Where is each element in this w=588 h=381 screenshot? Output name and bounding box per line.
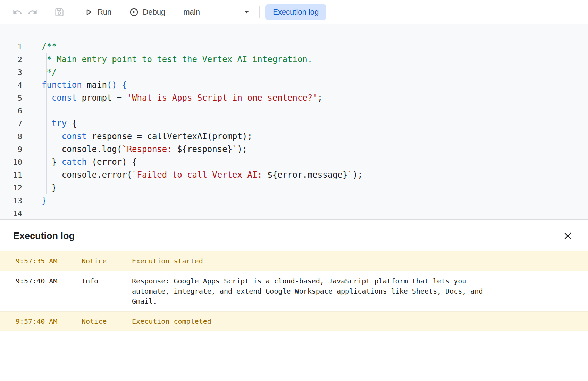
code-token-keyword: const — [52, 93, 77, 103]
indent-guide — [46, 53, 47, 194]
line-number[interactable]: 6 — [0, 104, 22, 117]
editor-toolbar: Run Debug main Execution log — [0, 0, 588, 24]
code-token-plain: ${error.message} — [267, 170, 347, 180]
code-line[interactable]: } catch (error) { — [42, 156, 363, 169]
function-selector-value: main — [183, 8, 200, 17]
function-selector-dropdown[interactable]: main — [179, 5, 254, 19]
code-token-keyword: try — [52, 119, 67, 128]
debug-icon — [129, 7, 139, 17]
toolbar-divider — [259, 6, 260, 18]
execution-log-header: Execution log — [0, 220, 588, 251]
code-line[interactable] — [42, 207, 363, 219]
code-lines[interactable]: /** * Main entry point to test the Verte… — [42, 40, 363, 219]
code-token-paren: } — [42, 196, 47, 205]
close-icon — [563, 231, 573, 241]
code-token-string: ` — [232, 144, 237, 154]
line-number[interactable]: 5 — [0, 92, 22, 104]
code-token-keyword: function — [42, 80, 82, 90]
log-timestamp: 9:57:40 AM — [16, 276, 82, 286]
log-timestamp: 9:57:35 AM — [16, 256, 82, 266]
code-token-keyword: const — [62, 132, 87, 141]
save-icon — [54, 7, 64, 17]
line-number[interactable]: 11 — [0, 169, 22, 181]
line-number-gutter: 1234567891011121314 — [0, 40, 31, 219]
code-line[interactable]: try { — [42, 117, 363, 130]
run-button-label: Run — [98, 8, 111, 17]
code-token-plain: prompt = — [77, 93, 127, 103]
code-token-comment: */ — [42, 67, 57, 77]
code-line[interactable]: function main() { — [42, 79, 363, 92]
execution-log-panel: Execution log 9:57:35 AMNoticeExecution … — [0, 219, 588, 331]
debug-button-label: Debug — [143, 8, 165, 17]
code-token-plain: main — [82, 80, 107, 90]
log-row: 9:57:40 AMNoticeExecution completed — [0, 311, 588, 331]
log-row: 9:57:35 AMNoticeExecution started — [0, 251, 588, 271]
code-token-keyword: catch — [62, 157, 87, 167]
undo-button[interactable] — [10, 5, 25, 20]
save-project-button[interactable] — [52, 5, 67, 20]
code-line[interactable]: const prompt = 'What is Apps Script in o… — [42, 92, 363, 104]
code-token-plain: (error) { — [87, 157, 137, 167]
undo-icon — [12, 7, 22, 17]
line-number[interactable]: 14 — [0, 207, 22, 219]
code-line[interactable]: /** — [42, 40, 363, 53]
line-number[interactable]: 9 — [0, 143, 22, 156]
log-message: Execution completed — [132, 316, 495, 327]
debug-button[interactable]: Debug — [124, 4, 170, 20]
code-token-paren: () { — [107, 80, 127, 90]
code-token-string: `Failed to call Vertex AI: — [132, 170, 267, 180]
code-editor[interactable]: 1234567891011121314 /** * Main entry poi… — [0, 24, 588, 219]
line-number[interactable]: 1 — [0, 40, 22, 53]
line-number[interactable]: 4 — [0, 79, 22, 92]
chevron-down-icon — [244, 10, 250, 14]
toolbar-divider — [46, 6, 46, 18]
code-line[interactable]: } — [42, 181, 363, 194]
code-token-string: ` — [347, 170, 352, 180]
log-row: 9:57:40 AMInfoResponse: Google Apps Scri… — [0, 271, 588, 311]
code-token-plain: ; — [318, 93, 322, 103]
code-line[interactable]: console.error(`Failed to call Vertex AI:… — [42, 169, 363, 181]
code-line[interactable]: const response = callVertexAI(prompt); — [42, 130, 363, 143]
log-level: Info — [82, 276, 132, 286]
code-token-string: `Response: — [122, 144, 177, 154]
log-message: Execution started — [132, 256, 495, 266]
log-rows: 9:57:35 AMNoticeExecution started9:57:40… — [0, 251, 588, 331]
redo-icon — [28, 7, 37, 17]
code-token-plain: } — [42, 157, 62, 167]
code-token-plain — [42, 93, 52, 103]
code-token-plain: console.error( — [42, 170, 132, 180]
code-token-comment: /** — [42, 42, 57, 51]
line-number[interactable]: 13 — [0, 194, 22, 207]
run-button[interactable]: Run — [79, 4, 116, 20]
code-token-plain: ); — [237, 144, 247, 154]
code-token-plain: console.log( — [42, 144, 122, 154]
log-message: Response: Google Apps Script is a cloud-… — [132, 276, 495, 306]
play-icon — [84, 7, 94, 17]
line-number[interactable]: 10 — [0, 156, 22, 169]
execution-log-button[interactable]: Execution log — [265, 4, 326, 20]
code-token-string: 'What is Apps Script in one sentence?' — [127, 93, 318, 103]
redo-button[interactable] — [25, 5, 40, 20]
code-line[interactable] — [42, 104, 363, 117]
execution-log-title: Execution log — [13, 230, 75, 242]
log-timestamp: 9:57:40 AM — [16, 316, 82, 327]
code-token-plain: } — [42, 183, 57, 193]
code-token-plain: { — [67, 119, 77, 128]
log-level: Notice — [82, 256, 132, 266]
toolbar-divider — [332, 6, 332, 18]
code-token-plain — [42, 119, 52, 128]
line-number[interactable]: 3 — [0, 66, 22, 79]
code-line[interactable]: * Main entry point to test the Vertex AI… — [42, 53, 363, 66]
line-number[interactable]: 12 — [0, 181, 22, 194]
line-number[interactable]: 2 — [0, 53, 22, 66]
log-level: Notice — [82, 316, 132, 327]
code-line[interactable]: } — [42, 194, 363, 207]
code-token-plain: ${response} — [177, 144, 232, 154]
code-token-comment: * Main entry point to test the Vertex AI… — [42, 54, 312, 64]
close-execution-log-button[interactable] — [562, 230, 573, 242]
code-line[interactable]: */ — [42, 66, 363, 79]
line-number[interactable]: 8 — [0, 130, 22, 143]
code-line[interactable]: console.log(`Response: ${response}`); — [42, 143, 363, 156]
code-token-plain — [42, 132, 62, 141]
line-number[interactable]: 7 — [0, 117, 22, 130]
